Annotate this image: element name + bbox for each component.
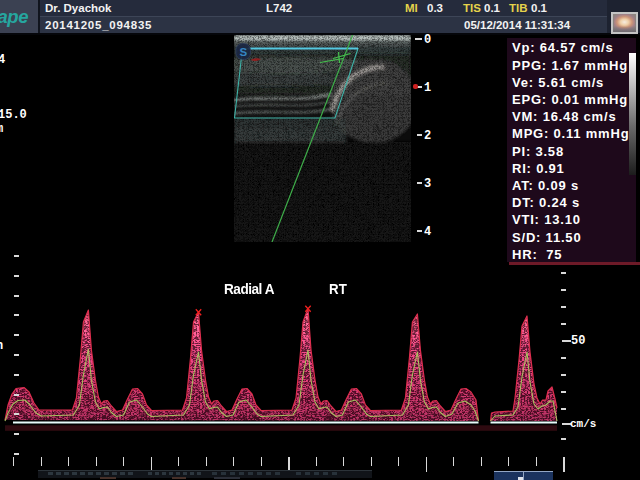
svg-text:S: S — [239, 46, 247, 58]
